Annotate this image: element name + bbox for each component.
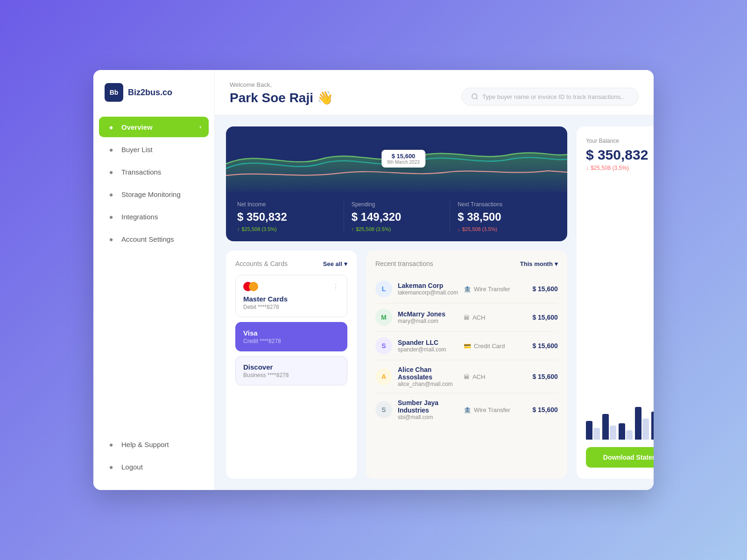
download-statements-button[interactable]: Download Statements bbox=[586, 447, 654, 468]
method-icon: 💳 bbox=[464, 343, 471, 350]
card-name: Discover bbox=[243, 363, 339, 371]
storage-icon: ● bbox=[106, 189, 116, 199]
svg-point-0 bbox=[472, 94, 477, 99]
visa-card[interactable]: Visa Credit ****8278 bbox=[235, 322, 347, 351]
stat-change: ↑ $25,508 (3.5%) bbox=[237, 226, 336, 232]
bar-dark bbox=[651, 412, 654, 440]
bar-dark bbox=[586, 421, 592, 440]
mastercard-card[interactable]: ⋮ Master Cards Debit ****8278 bbox=[235, 275, 347, 317]
search-icon bbox=[471, 93, 479, 100]
transaction-row[interactable]: L Lakeman Corp lakemancorp@mall.com 🏦 Wi… bbox=[375, 275, 558, 303]
sidebar-item-buyer-list[interactable]: ● Buyer List bbox=[99, 139, 209, 160]
method-icon: 🏛 bbox=[464, 373, 470, 380]
stat-value: $ 149,320 bbox=[352, 210, 443, 224]
arrow-down-icon: ↓ bbox=[586, 165, 589, 171]
transaction-row[interactable]: A Alice Chan Assoslates alice_chan@mall.… bbox=[375, 360, 558, 393]
chevron-right-icon: › bbox=[199, 124, 201, 130]
sidebar: Bb Biz2bus.co ● Overview › ● Buyer List … bbox=[93, 70, 215, 490]
stat-value: $ 350,832 bbox=[237, 210, 336, 224]
sidebar-item-label: Help & Support bbox=[121, 441, 169, 448]
bar-dark bbox=[619, 423, 625, 440]
user-name: Park Soe Raji 👋 bbox=[230, 90, 333, 105]
sidebar-item-storage-monitoring[interactable]: ● Storage Monitoring bbox=[99, 184, 209, 204]
txn-name: Sumber Jaya Industries bbox=[398, 399, 458, 414]
bar-group bbox=[586, 421, 600, 440]
overview-icon: ● bbox=[106, 122, 116, 132]
transaction-row[interactable]: S Spander LLC spander@mall.com 💳 Credit … bbox=[375, 332, 558, 360]
sidebar-item-account-settings[interactable]: ● Account Settings bbox=[99, 229, 209, 249]
balance-change: ↓ $25,508 (3.5%) bbox=[586, 165, 654, 171]
bottom-row: Accounts & Cards See all ▾ bbox=[226, 251, 567, 479]
arrow-up-icon: ↑ bbox=[237, 226, 240, 232]
transaction-row[interactable]: M McMarry Jones mary@mall.com 🏛 ACH $ 15… bbox=[375, 303, 558, 332]
sidebar-item-label: Integrations bbox=[121, 213, 158, 221]
greeting-text: Welcome Back, bbox=[230, 81, 333, 88]
bar-dark bbox=[635, 407, 641, 440]
sidebar-bottom: ● Help & Support ● Logout bbox=[93, 434, 214, 477]
sidebar-item-transactions[interactable]: ● Transactions bbox=[99, 161, 209, 182]
sidebar-item-logout[interactable]: ● Logout bbox=[99, 456, 209, 477]
card-menu-icon[interactable]: ⋮ bbox=[332, 282, 339, 291]
transaction-row[interactable]: S Sumber Jaya Industries sbi@mall.com 🏦 … bbox=[375, 393, 558, 426]
help-icon: ● bbox=[106, 440, 116, 449]
sidebar-item-label: Buyer List bbox=[121, 146, 153, 154]
balance-label: Your Balance bbox=[586, 138, 654, 144]
txn-amount: $ 15,600 bbox=[525, 314, 558, 321]
txn-info: Alice Chan Assoslates alice_chan@mall.co… bbox=[398, 366, 458, 387]
stat-value: $ 38,500 bbox=[458, 210, 549, 224]
card-number: Debit ****8278 bbox=[243, 304, 339, 310]
txn-amount: $ 15,600 bbox=[525, 285, 558, 293]
stat-net-income: Net Income $ 350,832 ↑ $25,508 (3.5%) bbox=[237, 201, 344, 232]
card-number: Business ****8278 bbox=[243, 372, 339, 378]
txn-info: Sumber Jaya Industries sbi@mall.com bbox=[398, 399, 458, 420]
stats-card: $ 15,600 8th March 2023 Net Income $ 350… bbox=[226, 126, 567, 241]
search-bar[interactable]: Type buyer name or invoice ID to track t… bbox=[461, 88, 639, 105]
see-all-button[interactable]: See all ▾ bbox=[323, 260, 347, 267]
chevron-down-icon: ▾ bbox=[344, 260, 347, 267]
main-content: Welcome Back, Park Soe Raji 👋 Type buyer… bbox=[215, 70, 654, 490]
txn-info: McMarry Jones mary@mall.com bbox=[398, 310, 458, 324]
buyer-list-icon: ● bbox=[106, 145, 116, 154]
sidebar-item-label: Storage Monitoring bbox=[121, 190, 181, 198]
discover-card[interactable]: Discover Business ****8278 bbox=[235, 356, 347, 385]
sidebar-item-label: Logout bbox=[121, 463, 143, 471]
content-area: $ 15,600 8th March 2023 Net Income $ 350… bbox=[215, 115, 654, 490]
bar-dark bbox=[602, 414, 609, 440]
txn-email: sbi@mall.com bbox=[398, 414, 458, 420]
txn-avatar: A bbox=[375, 368, 392, 385]
bar-group bbox=[651, 412, 654, 440]
stat-label: Net Income bbox=[237, 201, 336, 208]
tooltip-amount: $ 15,600 bbox=[387, 153, 420, 160]
method-icon: 🏛 bbox=[464, 314, 470, 321]
stat-change: ↓ $25,508 (3.5%) bbox=[458, 226, 549, 232]
txn-info: Spander LLC spander@mall.com bbox=[398, 339, 458, 353]
txn-email: mary@mall.com bbox=[398, 318, 458, 324]
logo-area: Bb Biz2bus.co bbox=[93, 83, 214, 117]
arrow-down-icon: ↓ bbox=[458, 226, 460, 232]
accounts-title: Accounts & Cards bbox=[235, 260, 288, 267]
sidebar-item-help-support[interactable]: ● Help & Support bbox=[99, 434, 209, 455]
method-icon: 🏦 bbox=[464, 406, 471, 413]
txn-avatar: S bbox=[375, 337, 392, 354]
logo-icon: Bb bbox=[105, 83, 123, 102]
txn-amount: $ 15,600 bbox=[525, 373, 558, 380]
accounts-header: Accounts & Cards See all ▾ bbox=[235, 260, 347, 267]
bar-light bbox=[642, 419, 649, 440]
sidebar-item-overview[interactable]: ● Overview › bbox=[99, 117, 209, 137]
txn-method: 🏦 Wire Transfer bbox=[464, 286, 520, 293]
sidebar-item-integrations[interactable]: ● Integrations bbox=[99, 206, 209, 227]
txn-method: 🏦 Wire Transfer bbox=[464, 406, 520, 413]
transactions-title: Recent transactions bbox=[375, 260, 433, 267]
txn-email: lakemancorp@mall.com bbox=[398, 289, 458, 296]
sidebar-item-label: Transactions bbox=[121, 168, 161, 176]
txn-name: Spander LLC bbox=[398, 339, 458, 346]
txn-amount: $ 15,600 bbox=[525, 342, 558, 350]
logo-name: Biz2bus.co bbox=[128, 88, 172, 98]
chart-tooltip: $ 15,600 8th March 2023 bbox=[381, 150, 425, 168]
tooltip-date: 8th March 2023 bbox=[387, 160, 420, 165]
bar-light bbox=[593, 428, 600, 440]
period-selector[interactable]: This month ▾ bbox=[520, 260, 558, 267]
txn-avatar: L bbox=[375, 280, 392, 297]
card-number: Credit ****8278 bbox=[243, 338, 339, 344]
stat-spending: Spending $ 149,320 ↑ $25,508 (3.5%) bbox=[344, 201, 450, 232]
